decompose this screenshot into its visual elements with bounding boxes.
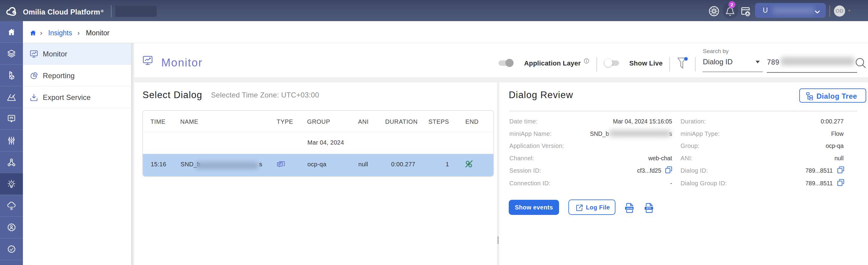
svg-text:RTF: RTF xyxy=(647,207,652,210)
svg-text:JSON: JSON xyxy=(626,207,632,210)
